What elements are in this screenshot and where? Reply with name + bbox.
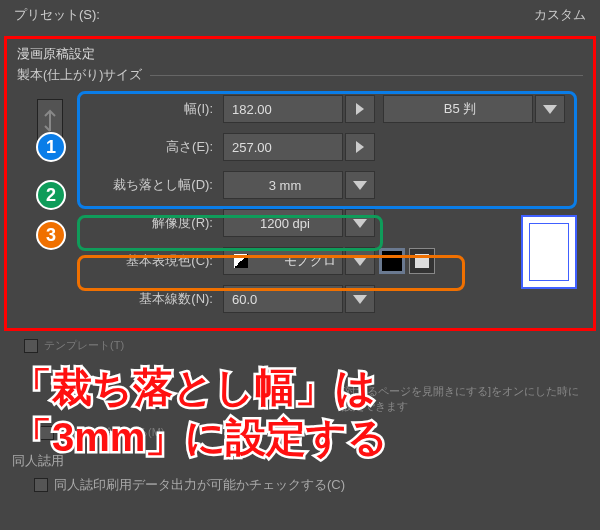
chevron-down-icon (353, 295, 367, 304)
section-sub: 製本(仕上がり)サイズ (17, 67, 583, 84)
doujin-check-row[interactable]: 同人誌印刷用データ出力が可能かチェックする(C) (34, 476, 590, 494)
annotation-line1: 「裁ち落とし幅」は (12, 362, 590, 412)
template-row[interactable]: テンプレート(T) (24, 338, 590, 353)
manga-settings-highlight: 漫画原稿設定 製本(仕上がり)サイズ 幅(I): 182.00 B5 判 高さ(… (4, 36, 596, 331)
annotation-line2: 「3mm」に設定する (12, 412, 590, 462)
divider (150, 75, 583, 76)
badge-2: 2 (36, 180, 66, 210)
highlight-box-1 (77, 91, 577, 209)
preset-value[interactable]: カスタム (534, 6, 586, 24)
preset-row: プリセット(S): カスタム (0, 0, 600, 30)
highlight-box-2 (77, 215, 383, 251)
badge-1: 1 (36, 132, 66, 162)
section-title: 漫画原稿設定 (17, 45, 583, 63)
annotation-overlay: 「裁ち落とし幅」は 「3mm」に設定する (12, 362, 590, 462)
subsection-label: 製本(仕上がり)サイズ (17, 67, 142, 84)
template-label: テンプレート(T) (44, 338, 124, 353)
page-thumbnail (521, 215, 577, 289)
doujin-check-label: 同人誌印刷用データ出力が可能かチェックする(C) (54, 476, 345, 494)
checkbox-icon (24, 339, 38, 353)
preset-label: プリセット(S): (14, 6, 100, 24)
badge-3: 3 (36, 220, 66, 250)
checkbox-icon (34, 478, 48, 492)
lines-label: 基本線数(N): (73, 290, 223, 308)
highlight-box-3 (77, 255, 465, 291)
